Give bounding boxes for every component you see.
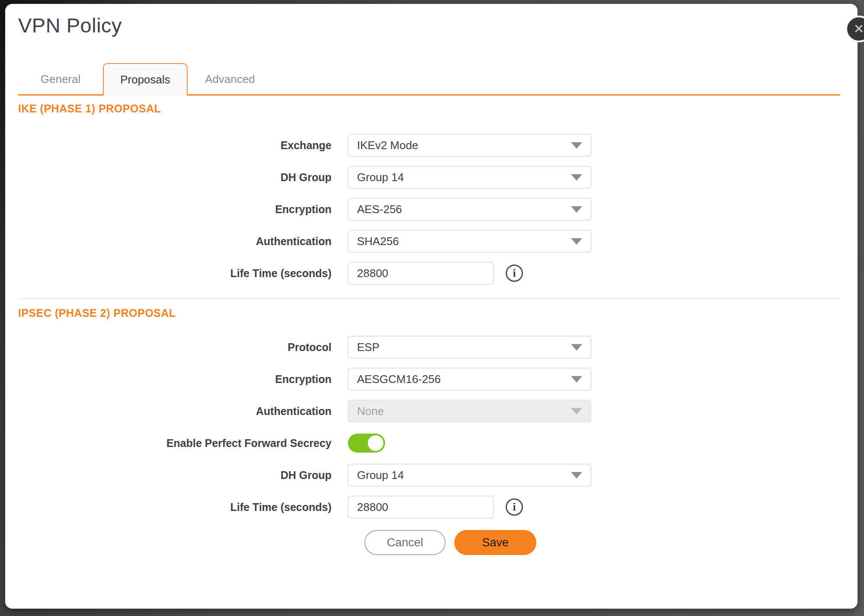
dropdown-arrow-icon — [571, 174, 582, 181]
protocol-select[interactable]: ESP — [348, 336, 591, 358]
exchange-select[interactable]: IKEv2 Mode — [348, 134, 591, 156]
ipsec-authentication-value: None — [357, 405, 384, 418]
ike-authentication-select[interactable]: SHA256 — [348, 230, 591, 252]
exchange-value: IKEv2 Mode — [357, 139, 418, 152]
tab-general[interactable]: General — [18, 63, 103, 96]
tab-bar: General Proposals Advanced — [18, 63, 840, 96]
ike-dh-group-select[interactable]: Group 14 — [348, 166, 591, 188]
protocol-label: Protocol — [18, 341, 348, 354]
dropdown-arrow-icon — [571, 376, 582, 383]
pfs-label: Enable Perfect Forward Secrecy — [18, 437, 348, 450]
info-icon[interactable]: i — [506, 265, 523, 282]
ipsec-life-time-row: Life Time (seconds) i — [18, 496, 858, 518]
toggle-knob — [368, 435, 383, 451]
ike-dh-group-label: DH Group — [18, 171, 348, 184]
ipsec-dh-group-value: Group 14 — [357, 469, 404, 482]
ike-dh-group-value: Group 14 — [357, 171, 404, 184]
ike-authentication-value: SHA256 — [357, 235, 399, 248]
ike-life-time-input[interactable] — [348, 262, 494, 284]
ipsec-encryption-select[interactable]: AESGCM16-256 — [348, 368, 591, 390]
dropdown-arrow-icon — [571, 472, 582, 479]
dropdown-arrow-icon — [571, 408, 582, 415]
pfs-toggle[interactable] — [348, 434, 385, 453]
dropdown-arrow-icon — [571, 206, 582, 213]
dialog-footer: Cancel Save — [364, 530, 858, 555]
exchange-row: Exchange IKEv2 Mode — [18, 134, 858, 156]
ipsec-phase2-heading: IPSEC (PHASE 2) PROPOSAL — [18, 307, 858, 319]
ike-encryption-value: AES-256 — [357, 203, 402, 216]
ipsec-encryption-value: AESGCM16-256 — [357, 373, 441, 386]
dropdown-arrow-icon — [571, 142, 582, 149]
vpn-policy-dialog: VPN Policy General Proposals Advanced IK… — [5, 4, 858, 609]
ipsec-dh-group-select[interactable]: Group 14 — [348, 464, 591, 486]
ipsec-phase2-section: Protocol ESP Encryption AESGCM16-256 Aut… — [5, 336, 858, 518]
ipsec-encryption-label: Encryption — [18, 373, 348, 386]
ike-phase1-section: Exchange IKEv2 Mode DH Group Group 14 En… — [5, 134, 858, 284]
ipsec-authentication-row: Authentication None — [18, 400, 858, 422]
cancel-button[interactable]: Cancel — [364, 530, 446, 555]
ike-phase1-heading: IKE (PHASE 1) PROPOSAL — [18, 102, 858, 115]
protocol-row: Protocol ESP — [18, 336, 858, 358]
ipsec-authentication-label: Authentication — [18, 405, 348, 418]
ike-encryption-row: Encryption AES-256 — [18, 198, 858, 220]
info-icon[interactable]: i — [506, 498, 523, 516]
ike-dh-group-row: DH Group Group 14 — [18, 166, 858, 188]
pfs-row: Enable Perfect Forward Secrecy — [18, 432, 858, 454]
ike-life-time-label: Life Time (seconds) — [18, 267, 348, 280]
ike-life-time-row: Life Time (seconds) i — [18, 262, 858, 284]
ipsec-life-time-label: Life Time (seconds) — [18, 501, 348, 514]
dropdown-arrow-icon — [571, 238, 582, 245]
tab-advanced[interactable]: Advanced — [188, 63, 272, 96]
ipsec-dh-group-row: DH Group Group 14 — [18, 464, 858, 486]
exchange-label: Exchange — [18, 139, 348, 152]
ike-encryption-label: Encryption — [18, 203, 348, 216]
ipsec-dh-group-label: DH Group — [18, 469, 348, 482]
ike-authentication-label: Authentication — [18, 235, 348, 248]
tab-general-label: General — [41, 73, 81, 86]
save-button[interactable]: Save — [454, 530, 536, 555]
section-divider — [18, 298, 840, 299]
tab-proposals[interactable]: Proposals — [103, 63, 188, 96]
ipsec-life-time-input[interactable] — [348, 496, 494, 518]
protocol-value: ESP — [357, 341, 379, 354]
dropdown-arrow-icon — [571, 344, 582, 351]
ike-encryption-select[interactable]: AES-256 — [348, 198, 591, 220]
tab-advanced-label: Advanced — [205, 73, 255, 86]
ike-authentication-row: Authentication SHA256 — [18, 230, 858, 252]
ipsec-encryption-row: Encryption AESGCM16-256 — [18, 368, 858, 390]
tab-proposals-label: Proposals — [120, 73, 170, 86]
page-title: VPN Policy — [18, 13, 858, 37]
ipsec-authentication-select: None — [348, 400, 591, 422]
